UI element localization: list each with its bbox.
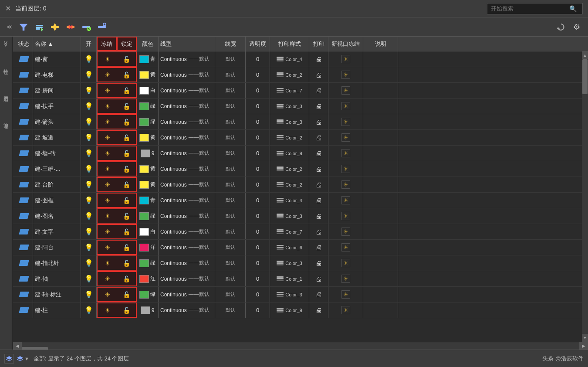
row-linetype[interactable]: Continuous ——默认 — [159, 177, 215, 192]
row-linetype[interactable]: Continuous ——默认 — [159, 99, 215, 114]
row-freeze[interactable]: ☀ — [97, 240, 117, 255]
row-linewidth[interactable]: 默认 — [215, 240, 246, 255]
table-row[interactable]: 建-图框 💡 ☀ 🔓 青 Continuous ——默认 默认 0 Color_… — [13, 193, 588, 208]
filter-btn[interactable] — [17, 20, 30, 34]
row-linetype[interactable]: Continuous ——默认 — [159, 224, 215, 239]
row-linetype[interactable]: Continuous ——默认 — [159, 51, 215, 67]
row-freeze[interactable]: ☀ — [97, 224, 117, 239]
row-print[interactable]: 🖨 — [309, 302, 328, 318]
table-row[interactable]: 建-柱 💡 ☀ 🔓 9 Continuous ——默认 默认 0 Color_9 — [13, 302, 588, 318]
v-scroll-up-btn[interactable]: ▲ — [582, 51, 588, 59]
table-row[interactable]: 建-图名 💡 ☀ 🔓 绿 Continuous ——默认 默认 0 Color_… — [13, 208, 588, 224]
row-color[interactable]: 9 — [137, 146, 159, 161]
sidebar-expand-icon[interactable]: ≫ — [1, 39, 11, 49]
row-printstyle[interactable]: Color_4 — [270, 51, 309, 67]
row-printstyle[interactable]: Color_7 — [270, 224, 309, 239]
row-linetype[interactable]: Continuous ——默认 — [159, 83, 215, 98]
row-vpfreeze[interactable]: ☀ — [328, 224, 363, 239]
row-print[interactable]: 🖨 — [309, 271, 328, 286]
row-linewidth[interactable]: 默认 — [215, 161, 246, 177]
row-linetype[interactable]: Continuous ——默认 — [159, 287, 215, 302]
row-on[interactable]: 💡 — [81, 271, 97, 286]
row-on[interactable]: 💡 — [81, 130, 97, 145]
row-on[interactable]: 💡 — [81, 240, 97, 255]
row-vpfreeze[interactable]: ☀ — [328, 240, 363, 255]
row-linetype[interactable]: Continuous ——默认 — [159, 302, 215, 318]
row-color[interactable]: 黄 — [137, 130, 159, 145]
row-on[interactable]: 💡 — [81, 287, 97, 302]
row-color[interactable]: 红 — [137, 271, 159, 286]
row-linetype[interactable]: Continuous ——默认 — [159, 161, 215, 177]
table-row[interactable]: 建-轴 💡 ☀ 🔓 红 Continuous ——默认 默认 0 Color_1 — [13, 271, 588, 287]
row-color[interactable]: 青 — [137, 193, 159, 208]
row-on[interactable]: 💡 — [81, 177, 97, 192]
row-freeze[interactable]: ☀ — [97, 302, 117, 318]
row-printstyle[interactable]: Color_3 — [270, 208, 309, 224]
row-color[interactable]: 绿 — [137, 99, 159, 114]
row-color[interactable]: 青 — [137, 51, 159, 67]
row-printstyle[interactable]: Color_3 — [270, 255, 309, 271]
row-print[interactable]: 🖨 — [309, 161, 328, 177]
row-print[interactable]: 🖨 — [309, 208, 328, 224]
row-printstyle[interactable]: Color_9 — [270, 302, 309, 318]
row-printstyle[interactable]: Color_2 — [270, 177, 309, 192]
row-printstyle[interactable]: Color_9 — [270, 146, 309, 161]
row-printstyle[interactable]: Color_3 — [270, 287, 309, 302]
row-freeze[interactable]: ☀ — [97, 255, 117, 271]
table-row[interactable]: 建-坡道 💡 ☀ 🔓 黄 Continuous ——默认 默认 0 Color_… — [13, 130, 588, 146]
row-color[interactable]: 绿 — [137, 114, 159, 129]
table-row[interactable]: 建-箭头 💡 ☀ 🔓 绿 Continuous ——默认 默认 0 Color_… — [13, 114, 588, 130]
row-vpfreeze[interactable]: ☀ — [328, 161, 363, 177]
row-vpfreeze[interactable]: ☀ — [328, 208, 363, 224]
row-on[interactable]: 💡 — [81, 208, 97, 224]
row-lock[interactable]: 🔓 — [117, 287, 137, 302]
row-linetype[interactable]: Continuous ——默认 — [159, 240, 215, 255]
row-print[interactable]: 🖨 — [309, 130, 328, 145]
status-layer-mgr-btn[interactable]: ▼ — [17, 355, 29, 362]
row-color[interactable]: 绿 — [137, 255, 159, 271]
row-vpfreeze[interactable]: ☀ — [328, 177, 363, 192]
row-linewidth[interactable]: 默认 — [215, 287, 246, 302]
row-printstyle[interactable]: Color_6 — [270, 240, 309, 255]
row-printstyle[interactable]: Color_4 — [270, 193, 309, 208]
row-print[interactable]: 🖨 — [309, 287, 328, 302]
row-linewidth[interactable]: 默认 — [215, 146, 246, 161]
row-on[interactable]: 💡 — [81, 224, 97, 239]
row-linetype[interactable]: Continuous ——默认 — [159, 130, 215, 145]
row-print[interactable]: 🖨 — [309, 255, 328, 271]
row-linewidth[interactable]: 默认 — [215, 99, 246, 114]
row-linetype[interactable]: Continuous ——默认 — [159, 114, 215, 129]
row-vpfreeze[interactable]: ☀ — [328, 99, 363, 114]
row-freeze[interactable]: ☀ — [97, 193, 117, 208]
row-freeze[interactable]: ☀ — [97, 67, 117, 82]
row-print[interactable]: 🖨 — [309, 177, 328, 192]
table-row[interactable]: 建-指北针 💡 ☀ 🔓 绿 Continuous ——默认 默认 0 Color… — [13, 255, 588, 271]
row-print[interactable]: 🖨 — [309, 146, 328, 161]
row-freeze[interactable]: ☀ — [97, 130, 117, 145]
row-printstyle[interactable]: Color_2 — [270, 130, 309, 145]
h-scroll-right-btn[interactable]: ▶ — [579, 342, 588, 350]
del-layer-btn[interactable] — [64, 20, 78, 34]
row-linewidth[interactable]: 默认 — [215, 224, 246, 239]
row-print[interactable]: 🖨 — [309, 193, 328, 208]
row-print[interactable]: 🖨 — [309, 224, 328, 239]
row-freeze[interactable]: ☀ — [97, 114, 117, 129]
v-scroll-down-btn[interactable]: ▼ — [582, 334, 588, 342]
row-vpfreeze[interactable]: ☀ — [328, 51, 363, 67]
row-freeze[interactable]: ☀ — [97, 271, 117, 286]
h-scroll-left-btn[interactable]: ◀ — [13, 342, 22, 350]
row-color[interactable]: 9 — [137, 302, 159, 318]
row-lock[interactable]: 🔓 — [117, 161, 137, 177]
table-row[interactable]: 建-阳台 💡 ☀ 🔓 洋 Continuous ——默认 默认 0 Color_… — [13, 240, 588, 255]
layer-walk-btn[interactable] — [95, 20, 109, 34]
row-vpfreeze[interactable]: ☀ — [328, 146, 363, 161]
search-icon[interactable]: 🔍 — [569, 5, 577, 12]
new-layer-btn[interactable] — [48, 20, 62, 34]
row-on[interactable]: 💡 — [81, 255, 97, 271]
row-color[interactable]: 白 — [137, 83, 159, 98]
row-lock[interactable]: 🔓 — [117, 177, 137, 192]
refresh-btn[interactable] — [554, 20, 568, 34]
row-linetype[interactable]: Continuous ——默认 — [159, 193, 215, 208]
row-linewidth[interactable]: 默认 — [215, 130, 246, 145]
row-linetype[interactable]: Continuous ——默认 — [159, 146, 215, 161]
